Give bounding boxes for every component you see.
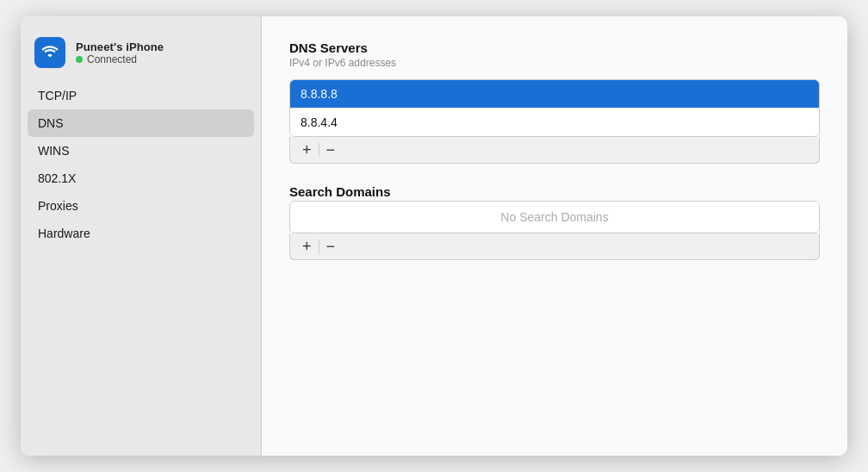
search-domains-remove-button[interactable]: − [321, 237, 341, 256]
device-header: Puneet's iPhone Connected [21, 30, 261, 82]
sidebar: Puneet's iPhone Connected TCP/IPDNSWINS8… [21, 16, 262, 456]
wifi-icon [40, 43, 59, 62]
dns-list-wrapper: 8.8.4.4 + − [289, 79, 820, 164]
dns-controls-divider [319, 143, 319, 157]
dns-entry-input[interactable] [301, 87, 809, 101]
sidebar-item-wins[interactable]: WINS [28, 137, 254, 165]
status-dot [76, 56, 83, 63]
sidebar-item-proxies[interactable]: Proxies [28, 192, 254, 220]
status-label: Connected [87, 53, 137, 65]
dns-list: 8.8.4.4 [289, 79, 820, 137]
search-domains-add-button[interactable]: + [297, 237, 317, 256]
network-settings-window: Puneet's iPhone Connected TCP/IPDNSWINS8… [21, 16, 847, 456]
main-content: DNS Servers IPv4 or IPv6 addresses 8.8.4… [262, 16, 847, 456]
dns-section-title: DNS Servers [289, 40, 820, 55]
device-info: Puneet's iPhone Connected [76, 40, 164, 65]
nav-list: TCP/IPDNSWINS802.1XProxiesHardware [21, 82, 261, 247]
device-status-row: Connected [76, 53, 164, 65]
wifi-icon-wrap [34, 37, 65, 68]
sidebar-item-hardware[interactable]: Hardware [28, 220, 254, 247]
search-domains-divider [319, 239, 319, 253]
device-name: Puneet's iPhone [76, 40, 164, 53]
dns-remove-button[interactable]: − [321, 140, 341, 159]
dns-add-button[interactable]: + [297, 140, 317, 159]
search-domains-wrapper: No Search Domains + − [289, 201, 820, 260]
dns-list-item[interactable]: 8.8.4.4 [290, 109, 819, 136]
search-domains-empty: No Search Domains [290, 202, 819, 233]
dns-section: DNS Servers IPv4 or IPv6 addresses 8.8.4… [289, 40, 820, 164]
search-domains-section: Search Domains No Search Domains + − [289, 184, 820, 260]
dns-list-item[interactable] [290, 80, 819, 109]
sidebar-item-8021x[interactable]: 802.1X [28, 165, 254, 192]
search-domains-title: Search Domains [289, 184, 820, 199]
sidebar-item-dns[interactable]: DNS [28, 109, 254, 137]
dns-section-subtitle: IPv4 or IPv6 addresses [289, 57, 820, 69]
dns-list-controls: + − [289, 137, 820, 164]
sidebar-item-tcp-ip[interactable]: TCP/IP [28, 82, 254, 109]
search-domains-controls: + − [289, 233, 820, 260]
search-domains-list: No Search Domains [289, 201, 820, 233]
